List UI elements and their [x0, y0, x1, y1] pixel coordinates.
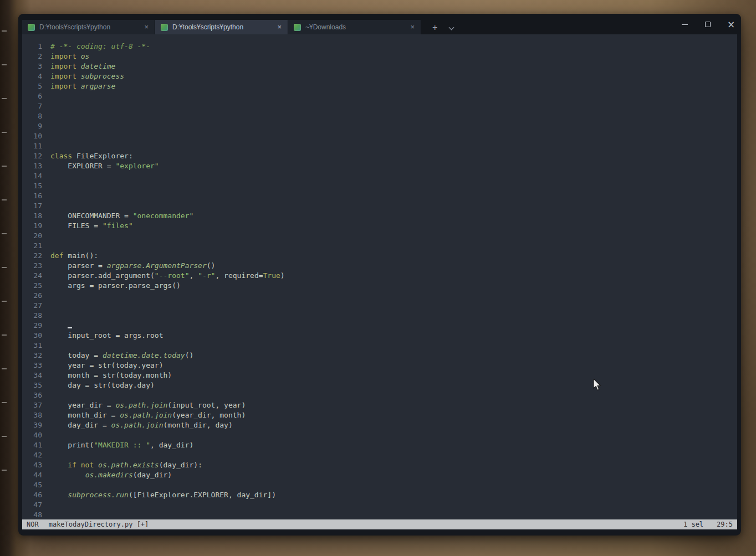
code-token: class [50, 152, 72, 160]
code-token: datetime.date.today [103, 351, 185, 359]
close-icon: × [727, 20, 735, 29]
line-number: 26 [22, 291, 48, 301]
code-token: month = str(today.month) [50, 371, 172, 379]
code-text [48, 111, 50, 121]
code-token: year_dir = [50, 401, 115, 409]
code-line: 19 FILES = "files" [22, 221, 737, 231]
minimize-icon [682, 24, 688, 25]
code-token [76, 72, 81, 80]
code-token: import [50, 52, 76, 60]
neovim-file-icon [294, 24, 301, 31]
line-number: 23 [22, 261, 48, 271]
code-text: import argparse [48, 81, 115, 91]
close-button[interactable]: × [728, 20, 734, 28]
code-line: 46 subprocess.run([FileExplorer.EXPLORER… [22, 490, 737, 500]
line-number: 16 [22, 191, 48, 201]
tab-close-icon[interactable]: × [408, 23, 417, 32]
line-number: 17 [22, 201, 48, 211]
minimize-button[interactable] [681, 20, 688, 28]
code-text: import subprocess [48, 71, 124, 81]
tab-1[interactable]: D:¥tools¥scripts¥python× [22, 20, 155, 34]
code-text: today = datetime.date.today() [48, 351, 193, 361]
tab-title: D:¥tools¥scripts¥python [39, 23, 137, 31]
code-token: subprocess.run [68, 491, 129, 499]
code-text: year_dir = os.path.join(input_root, year… [48, 400, 246, 410]
code-line: 28 [22, 311, 737, 321]
code-text: if not os.path.exists(day_dir): [48, 460, 202, 470]
neovim-file-icon [161, 24, 168, 31]
code-line: 41 print("MAKEDIR :: ", day_dir) [22, 440, 737, 450]
code-line: 36 [22, 390, 737, 400]
code-token: "onecommander" [133, 212, 194, 220]
code-token: def [50, 251, 63, 260]
code-text [48, 321, 72, 331]
code-line: 16 [22, 191, 737, 201]
statusbar-filename: makeTodayDirectory.py [+] [49, 521, 149, 528]
statusbar-selection-count: 1 sel [683, 521, 703, 528]
line-number: 4 [22, 71, 48, 81]
editor-window: D:¥tools¥scripts¥python×D:¥tools¥scripts… [18, 14, 741, 536]
line-number: 5 [22, 81, 48, 91]
code-token: (month_dir, day) [164, 421, 233, 429]
tab-list-chevron-icon[interactable] [447, 25, 456, 29]
code-area[interactable]: 1# -*- coding: utf-8 -*-2import os3impor… [22, 42, 737, 519]
code-token: (day_dir): [159, 461, 202, 469]
code-line: 42 [22, 450, 737, 460]
new-tab-button[interactable]: + [430, 23, 440, 32]
code-token: "files" [103, 222, 133, 230]
code-text [48, 390, 50, 400]
line-number: 46 [22, 490, 48, 500]
code-line: 14 [22, 171, 737, 181]
line-number: 21 [22, 241, 48, 251]
line-number: 3 [22, 61, 48, 71]
code-line: 15 [22, 181, 737, 191]
code-token [76, 52, 81, 60]
tab-2[interactable]: D:¥tools¥scripts¥python× [155, 20, 288, 34]
tab-close-icon[interactable]: × [275, 23, 284, 32]
code-token: not [81, 461, 94, 469]
line-number: 47 [22, 500, 48, 510]
code-token: # -*- coding: utf-8 -*- [50, 42, 150, 50]
status-bar: NOR makeTodayDirectory.py [+] 1 sel 29:5 [22, 519, 737, 529]
code-token: import [50, 82, 76, 90]
line-number: 40 [22, 430, 48, 440]
code-text: subprocess.run([FileExplorer.EXPLORER, d… [48, 490, 276, 500]
code-token: (input_root, year) [167, 401, 246, 409]
code-text [48, 450, 50, 460]
code-token [50, 322, 68, 330]
code-token: ([FileExplorer.EXPLORER, day_dir]) [129, 491, 276, 499]
code-token: os.path.exists [98, 461, 159, 469]
code-line: 32 today = datetime.date.today() [22, 351, 737, 361]
tab-close-icon[interactable]: × [142, 23, 151, 32]
code-text: class FileExplorer: [48, 151, 133, 161]
line-number: 22 [22, 251, 48, 261]
code-text: EXPLORER = "explorer" [48, 161, 159, 171]
code-token: os.makedirs [85, 471, 133, 479]
line-number: 6 [22, 91, 48, 101]
window-controls: × [681, 20, 734, 28]
line-number: 36 [22, 390, 48, 400]
tab-3[interactable]: ~¥Downloads× [288, 20, 421, 34]
line-number: 45 [22, 480, 48, 490]
maximize-button[interactable] [704, 20, 711, 28]
code-token: "MAKEDIR :: " [94, 441, 150, 449]
tab-title: D:¥tools¥scripts¥python [172, 23, 270, 31]
code-text [48, 181, 50, 191]
code-line: 3import datetime [22, 61, 737, 71]
line-number: 11 [22, 141, 48, 151]
code-text [48, 241, 50, 251]
code-token: year = str(today.year) [50, 361, 164, 369]
code-text [48, 480, 50, 490]
code-text [48, 430, 50, 440]
code-token: "-r" [198, 271, 215, 280]
editor-area[interactable]: 1# -*- coding: utf-8 -*-2import os3impor… [22, 34, 737, 519]
code-line: 29 [22, 321, 737, 331]
code-token: input_root = args.root [50, 331, 164, 339]
code-token: () [207, 261, 216, 270]
code-token: (day_dir) [133, 471, 172, 479]
statusbar-cursor-position: 29:5 [717, 521, 733, 528]
code-text: print("MAKEDIR :: ", day_dir) [48, 440, 193, 450]
code-line: 40 [22, 430, 737, 440]
code-text: FILES = "files" [48, 221, 133, 231]
text-cursor [68, 321, 72, 328]
